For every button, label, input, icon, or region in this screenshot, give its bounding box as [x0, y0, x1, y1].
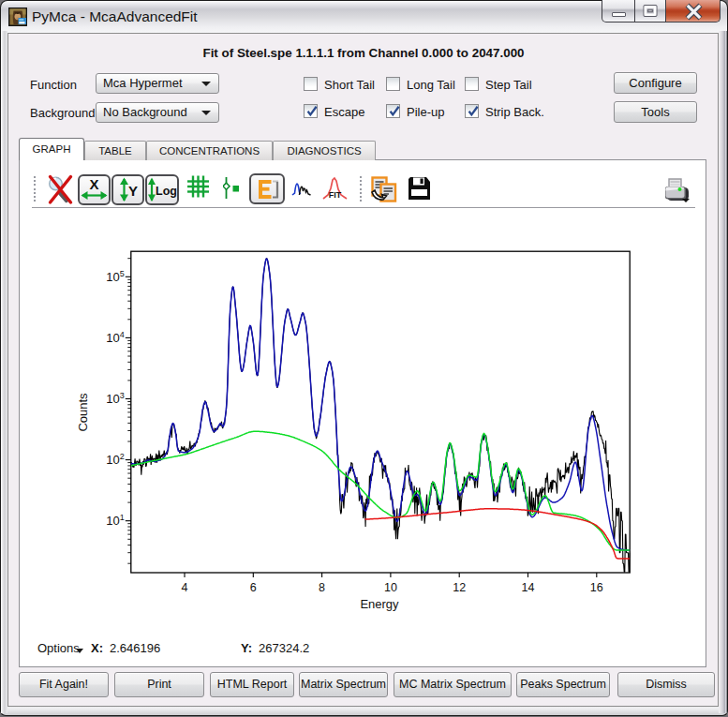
svg-text:Counts: Counts [76, 393, 90, 432]
svg-text:104: 104 [106, 330, 124, 345]
svg-text:16: 16 [590, 581, 603, 594]
svg-text:103: 103 [106, 391, 124, 406]
svg-text:6: 6 [250, 581, 257, 594]
svg-text:102: 102 [106, 452, 124, 467]
svg-text:10: 10 [384, 581, 397, 594]
svg-text:4: 4 [182, 581, 188, 594]
svg-text:105: 105 [106, 269, 124, 284]
svg-text:12: 12 [453, 581, 466, 594]
svg-text:101: 101 [106, 513, 124, 528]
svg-text:Energy: Energy [360, 597, 399, 611]
svg-text:14: 14 [522, 581, 535, 594]
svg-text:8: 8 [319, 581, 325, 594]
